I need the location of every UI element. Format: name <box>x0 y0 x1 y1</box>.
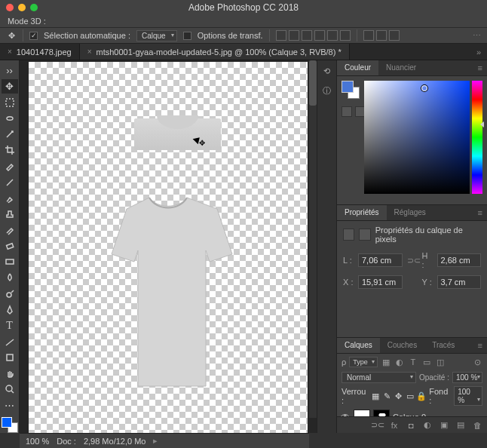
tab-channels[interactable]: Couches <box>380 338 424 353</box>
tab-grip[interactable]: ›› <box>2 63 18 78</box>
heal-tool[interactable] <box>2 175 18 189</box>
tab-adjustments[interactable]: Réglages <box>387 205 433 220</box>
status-menu-icon[interactable]: ▸ <box>153 436 158 446</box>
auto-select-dropdown[interactable]: Calque <box>136 30 177 41</box>
x-input[interactable]: 15,91 cm <box>358 275 403 289</box>
crop-tool[interactable] <box>2 143 18 158</box>
more-tabs-icon[interactable]: » <box>470 48 487 57</box>
close-tab-icon[interactable]: × <box>8 48 12 56</box>
mask-thumb[interactable] <box>373 410 390 417</box>
fg-color[interactable] <box>342 81 354 93</box>
width-input[interactable]: 7,06 cm <box>358 253 403 267</box>
new-layer-icon[interactable]: ▤ <box>455 420 466 431</box>
link-layers-icon[interactable]: ⊃⊂ <box>372 420 383 431</box>
tab-layers[interactable]: Calques <box>337 338 380 353</box>
filter-shape-icon[interactable]: ▭ <box>421 357 432 367</box>
divider <box>357 29 357 41</box>
gradient-tool[interactable] <box>2 255 18 269</box>
filter-type-icon[interactable]: T <box>408 357 418 367</box>
tab-doc1[interactable]: × 10401478.jpeg <box>0 44 80 60</box>
shape-tool[interactable] <box>2 351 18 365</box>
align-hcenter[interactable] <box>327 30 338 41</box>
filter-type-dropdown[interactable]: Type <box>349 357 378 367</box>
color-mode-icon[interactable] <box>342 106 352 117</box>
lock-all-icon[interactable]: 🔒 <box>417 391 426 400</box>
fx-icon[interactable]: fx <box>389 420 400 431</box>
tab-color[interactable]: Couleur <box>337 60 378 75</box>
align-right[interactable] <box>340 30 351 41</box>
mask-icon[interactable]: ◘ <box>406 420 416 431</box>
align-left[interactable] <box>314 30 325 41</box>
more-icon[interactable]: ⋯ <box>473 31 481 41</box>
hand-tool[interactable] <box>2 367 18 381</box>
adjustment-icon[interactable]: ◐ <box>422 420 433 431</box>
eyedropper-tool[interactable] <box>2 159 18 173</box>
filter-icon[interactable]: ρ <box>342 357 346 367</box>
blend-mode-dropdown[interactable]: Normal <box>342 372 416 383</box>
collar-layer[interactable] <box>134 118 221 150</box>
layer-thumb[interactable] <box>354 410 370 417</box>
eraser-tool[interactable] <box>2 239 18 253</box>
marquee-tool[interactable] <box>2 95 18 109</box>
dist-3[interactable] <box>389 30 400 41</box>
tshirt-layer[interactable] <box>96 190 262 401</box>
dist-2[interactable] <box>376 30 387 41</box>
lock-artboard-icon[interactable]: ▭ <box>406 391 414 400</box>
filter-image-icon[interactable]: ▦ <box>381 357 391 367</box>
panel-menu-icon[interactable]: ≡ <box>473 338 487 353</box>
auto-select-checkbox[interactable]: ✓ <box>29 32 38 40</box>
height-input[interactable]: 2,68 cm <box>437 253 482 267</box>
info-icon[interactable]: ⓘ <box>321 84 333 97</box>
stamp-tool[interactable] <box>2 207 18 221</box>
menu-mode3d[interactable]: Mode 3D : <box>8 17 46 26</box>
color-field[interactable] <box>364 81 470 194</box>
type-tool[interactable]: T <box>2 318 18 333</box>
wand-tool[interactable] <box>2 127 18 142</box>
tab-properties[interactable]: Propriétés <box>337 205 387 220</box>
transform-checkbox[interactable] <box>183 32 191 40</box>
fill-input[interactable]: 100 % <box>454 386 482 406</box>
lock-position-icon[interactable]: ✥ <box>394 391 403 400</box>
color-swatches[interactable] <box>2 417 18 433</box>
panel-menu-icon[interactable]: ≡ <box>473 60 487 75</box>
layer-row[interactable]: 👁 Calque 0 <box>337 407 487 416</box>
dodge-tool[interactable] <box>2 287 18 301</box>
link-icon[interactable]: ⊃⊂ <box>407 256 418 265</box>
dist-1[interactable] <box>363 30 374 41</box>
filter-toggle[interactable]: ⊙ <box>472 357 482 367</box>
color-swatch[interactable] <box>342 81 360 99</box>
group-icon[interactable]: ▣ <box>439 420 449 431</box>
history-icon[interactable]: ⟲ <box>321 65 333 77</box>
foreground-color[interactable] <box>2 417 12 428</box>
filter-smart-icon[interactable]: ◫ <box>435 357 446 367</box>
path-tool[interactable] <box>2 334 18 348</box>
canvas[interactable] <box>29 62 308 433</box>
move-tool-icon: ✥ <box>6 30 17 41</box>
close-tab-icon[interactable]: × <box>87 48 92 56</box>
opacity-input[interactable]: 100 % <box>452 372 482 383</box>
hue-slider[interactable] <box>472 81 482 194</box>
y-input[interactable]: 3,7 cm <box>437 275 482 289</box>
delete-icon[interactable]: 🗑 <box>472 420 482 431</box>
filter-adjust-icon[interactable]: ◐ <box>394 357 405 367</box>
lasso-tool[interactable] <box>2 111 18 125</box>
zoom-level[interactable]: 100 % <box>26 437 49 446</box>
lock-brush-icon[interactable]: ✎ <box>383 391 391 400</box>
blur-tool[interactable] <box>2 271 18 285</box>
tab-swatches[interactable]: Nuancier <box>378 60 424 75</box>
zoom-tool[interactable] <box>2 382 18 397</box>
tab-doc2[interactable]: × mtsh0001-gyaa-model-updated-5.jpg @ 10… <box>80 44 350 60</box>
move-tool[interactable]: ✥ <box>2 79 18 94</box>
tab-paths[interactable]: Tracés <box>424 338 462 353</box>
panel-menu-icon[interactable]: ≡ <box>473 205 487 220</box>
history-brush-tool[interactable] <box>2 222 18 237</box>
more-tools[interactable]: ⋯ <box>2 398 18 413</box>
pen-tool[interactable] <box>2 302 18 317</box>
align-bottom[interactable] <box>302 30 312 41</box>
vertical-scrollbar[interactable] <box>309 60 317 418</box>
brush-tool[interactable] <box>2 191 18 205</box>
lock-pixels-icon[interactable]: ▦ <box>372 391 380 400</box>
align-top[interactable] <box>276 30 286 41</box>
scrollbar-thumb[interactable] <box>309 60 317 106</box>
align-vcenter[interactable] <box>289 30 299 41</box>
